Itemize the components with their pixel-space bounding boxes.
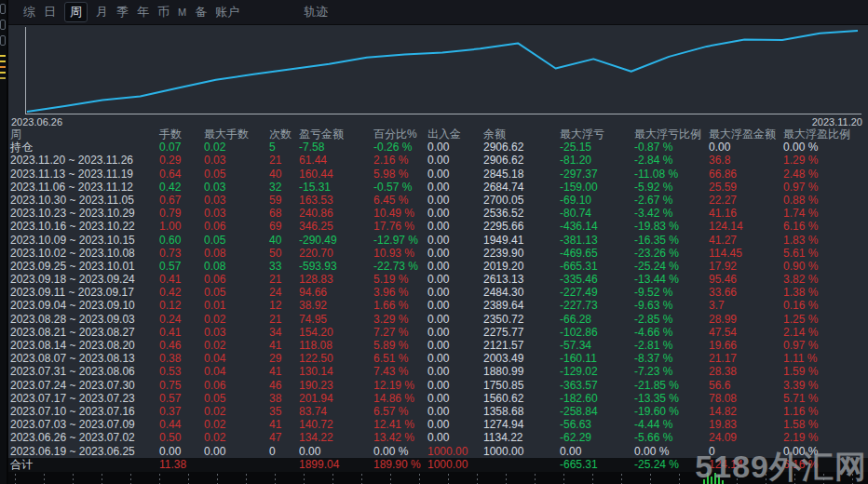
tab-10[interactable]: 账户 — [215, 4, 239, 20]
table-row[interactable]: 2023.07.24 ~ 2023.07.300.750.0646190.231… — [8, 379, 868, 392]
table-row[interactable]: 2023.09.11 ~ 2023.09.170.420.052494.663.… — [8, 286, 868, 299]
column-header[interactable]: 盈亏金额 — [297, 128, 372, 141]
cell: 25.59 — [707, 181, 781, 194]
cell — [202, 458, 267, 472]
cell: 合计 — [8, 458, 157, 472]
cell: 2023.10.09 ~ 2023.10.15 — [8, 234, 157, 247]
tab-1[interactable]: 综 — [23, 4, 35, 20]
table-row[interactable]: 2023.08.28 ~ 2023.09.030.240.022174.953.… — [8, 313, 868, 326]
cell: 94.66 — [297, 286, 372, 299]
cell: 0.02 — [202, 418, 267, 431]
tab-3[interactable]: 周 — [64, 2, 88, 22]
table-row[interactable]: 2023.09.25 ~ 2023.10.010.570.0833-593.93… — [8, 260, 868, 273]
table-row[interactable]: 2023.11.13 ~ 2023.11.190.640.0540160.445… — [8, 168, 868, 181]
cell: 1.58 % — [781, 418, 868, 431]
cell: -13.35 % — [632, 392, 707, 405]
tab-8[interactable]: M — [178, 7, 186, 18]
cell: 13.42 % — [372, 431, 426, 444]
cell: -69.10 — [558, 194, 632, 207]
cell: 160.44 — [297, 168, 372, 181]
cell: 47 — [267, 431, 297, 444]
side-toolbar-strip — [0, 0, 7, 484]
tab-6[interactable]: 年 — [137, 4, 149, 20]
table-row[interactable]: 2023.07.17 ~ 2023.07.230.570.0538201.941… — [8, 392, 868, 405]
tab-4[interactable]: 月 — [96, 4, 108, 20]
column-header[interactable]: 最大浮亏比例 — [632, 128, 707, 141]
cell: 1.74 % — [781, 207, 868, 220]
tab-5[interactable]: 季 — [116, 4, 129, 20]
column-header[interactable]: 最大浮盈比例 — [781, 128, 868, 141]
cell: 1899.04 — [297, 458, 372, 472]
cell: -102.86 — [558, 326, 632, 339]
cell: 1274.94 — [481, 418, 558, 431]
cell: 2023.09.18 ~ 2023.09.24 — [8, 273, 157, 286]
cell: 83.74 — [297, 405, 372, 418]
column-header[interactable]: 最大浮盈金额 — [707, 128, 781, 141]
table-row[interactable]: 持仓0.070.025-7.58-0.26 %0.002906.62-25.15… — [8, 141, 868, 154]
cell: -290.49 — [297, 234, 372, 247]
table-row[interactable]: 2023.10.30 ~ 2023.11.050.670.0359163.536… — [8, 194, 868, 207]
table-row[interactable]: 2023.09.04 ~ 2023.09.100.120.011238.921.… — [8, 299, 868, 312]
cell: 0.00 — [426, 220, 481, 233]
table-row[interactable]: 2023.10.23 ~ 2023.10.290.790.0368240.861… — [8, 207, 868, 220]
tab-2[interactable]: 日 — [44, 4, 56, 20]
cell: 0.00 — [426, 273, 481, 286]
column-header[interactable]: 出入金 — [426, 128, 481, 141]
cell: 3.29 % — [372, 313, 426, 326]
cell: 0.00 — [426, 326, 481, 339]
chart-end-date-label: 2023.11.20 — [812, 116, 862, 128]
cell: 0.02 — [202, 405, 267, 418]
table-row[interactable]: 2023.09.18 ~ 2023.09.240.410.0621128.835… — [8, 273, 868, 286]
table-row[interactable]: 2023.10.09 ~ 2023.10.150.600.0540-290.49… — [8, 234, 868, 247]
column-header[interactable]: 手数 — [157, 128, 202, 141]
tab-7[interactable]: 币 — [157, 4, 170, 20]
table-row[interactable]: 2023.10.02 ~ 2023.10.080.730.0850220.701… — [8, 247, 868, 260]
cell: 5 — [267, 141, 297, 154]
cell: 0.05 — [202, 286, 267, 299]
table-row[interactable]: 2023.11.20 ~ 2023.11.260.290.032161.442.… — [8, 154, 868, 167]
cell: 114.45 — [707, 247, 781, 260]
toolbar-button-icon[interactable] — [0, 35, 6, 46]
column-header[interactable]: 次数 — [267, 128, 297, 141]
cell: 1750.85 — [481, 379, 558, 392]
column-header[interactable]: 周 — [8, 128, 157, 141]
cell: 201.94 — [297, 392, 372, 405]
cell: 7.27 % — [372, 326, 426, 339]
table-row[interactable]: 2023.07.10 ~ 2023.07.160.370.023583.746.… — [8, 405, 868, 418]
cell: -593.93 — [297, 260, 372, 273]
tab-9[interactable]: 备 — [195, 4, 207, 20]
tab-trajectory[interactable]: 轨迹 — [304, 4, 328, 20]
cell: 2023.06.26 ~ 2023.07.02 — [8, 431, 157, 444]
candle-mark — [0, 55, 6, 57]
cell: 0.03 — [202, 207, 267, 220]
column-header[interactable]: 余额 — [481, 128, 558, 141]
column-header[interactable]: 最大浮亏 — [558, 128, 632, 141]
cell: 0.42 — [157, 181, 202, 194]
cell: 0.03 — [202, 194, 267, 207]
cell: -0.87 % — [632, 141, 707, 154]
table-row[interactable]: 2023.07.03 ~ 2023.07.090.440.0241140.721… — [8, 418, 868, 431]
cell: 154.20 — [297, 326, 372, 339]
cell: 2121.57 — [481, 339, 558, 352]
table-row[interactable]: 2023.08.07 ~ 2023.08.130.380.0429122.506… — [8, 352, 868, 365]
cell: 2023.09.11 ~ 2023.09.17 — [8, 286, 157, 299]
table-row[interactable]: 2023.07.31 ~ 2023.08.060.530.0441130.147… — [8, 365, 868, 378]
toolbar-button-icon[interactable] — [0, 20, 6, 30]
cell: 1.38 % — [781, 286, 868, 299]
table-row[interactable]: 2023.10.16 ~ 2023.10.221.000.0669346.251… — [8, 220, 868, 233]
cell: 2019.20 — [481, 260, 558, 273]
column-header[interactable]: 最大手数 — [202, 128, 267, 141]
cell: 2023.07.03 ~ 2023.07.09 — [8, 418, 157, 431]
column-header[interactable]: 百分比% — [372, 128, 426, 141]
toolbar-button-icon[interactable] — [0, 4, 6, 14]
cell: 2003.49 — [481, 352, 558, 365]
cell: -0.26 % — [372, 141, 426, 154]
cell: -16.35 % — [632, 234, 707, 247]
table-row[interactable]: 2023.06.26 ~ 2023.07.020.500.0247134.221… — [8, 431, 868, 444]
table-row[interactable]: 2023.08.21 ~ 2023.08.270.410.0334154.207… — [8, 326, 868, 339]
cell: 78.08 — [707, 392, 781, 405]
table-row[interactable]: 2023.08.14 ~ 2023.08.200.460.0241118.085… — [8, 339, 868, 352]
table-row[interactable]: 2023.11.06 ~ 2023.11.120.420.0332-15.31-… — [8, 181, 868, 194]
equity-curve-chart[interactable]: 2023.06.26 2023.11.20 — [8, 25, 868, 128]
cell: 2275.77 — [481, 326, 558, 339]
